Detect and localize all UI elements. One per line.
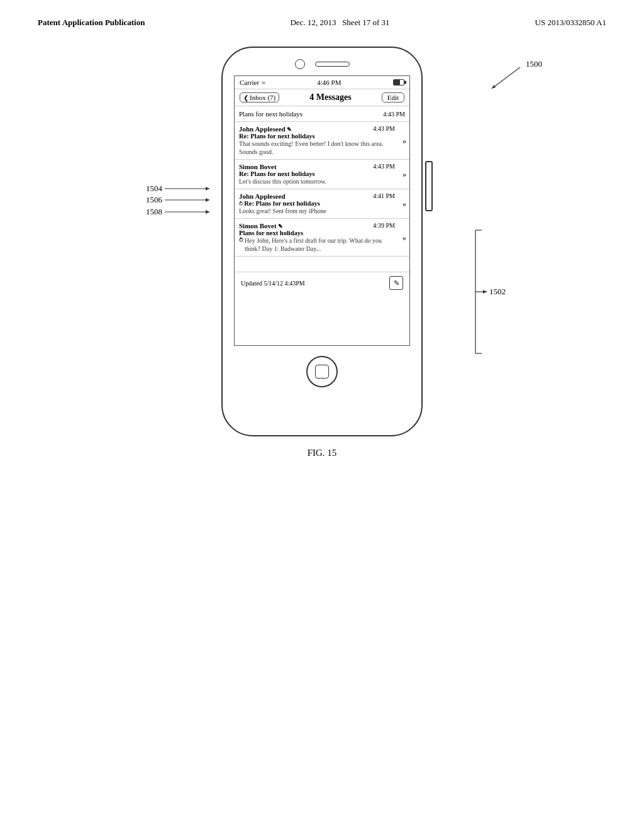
nav-title: 4 Messages [309, 92, 352, 102]
email-time-2: 4:43 PM [373, 163, 395, 170]
carrier-label: Carrier [240, 79, 259, 86]
email-sender-3: John Appleseed [239, 192, 286, 200]
reply-indicator-4: ⥁ [239, 236, 243, 243]
compose-button[interactable]: ✎ [389, 276, 403, 290]
ref-1502-area: 1502 [469, 229, 506, 355]
speaker [315, 62, 350, 67]
svg-marker-5 [206, 198, 209, 202]
edit-button[interactable]: Edit [382, 92, 404, 102]
back-label: Inbox (7) [250, 94, 275, 101]
email-item-0[interactable]: Plans for next holidays 4:43 PM [235, 106, 409, 122]
email-chevron-3: » [402, 199, 406, 209]
ref-1504-arrow [162, 184, 213, 193]
reply-arrow-icon-3: ⥁ [239, 201, 244, 207]
patent-header: Patent Application Publication Dec. 12, … [0, 0, 644, 34]
email-preview-4: Hey John, Here's a first draft for our t… [245, 236, 395, 253]
email-chevron-1: » [402, 136, 406, 145]
phone-screen: Carrier ≈ 4:46 PM ❮ Inbox (7) [234, 75, 410, 346]
header-left: Patent Application Publication [38, 18, 145, 28]
home-button-inner [315, 365, 329, 379]
ref-1508-label: 1508 [146, 207, 213, 217]
email-content-3: John Appleseed 4:41 PM ⥁ Re: Plans for n… [239, 192, 405, 215]
email-time-4: 4:39 PM [373, 222, 395, 229]
email-sender-2: Simon Bovet [239, 163, 277, 170]
back-button[interactable]: ❮ Inbox (7) [240, 92, 279, 102]
email-time-0: 4:43 PM [383, 111, 405, 118]
email-content-2: Simon Bovet 4:43 PM Re: Plans for next h… [239, 163, 405, 185]
ref-1500-label: 1500 [526, 59, 542, 69]
email-header-4: Simon Bovet ✎ 4:39 PM [239, 222, 395, 230]
ref-1506-label: 1506 [146, 195, 213, 205]
ref-1508-arrow [162, 208, 213, 216]
email-item-2[interactable]: Simon Bovet 4:43 PM Re: Plans for next h… [235, 160, 409, 189]
phone-shell: Carrier ≈ 4:46 PM ❮ Inbox (7) [221, 47, 423, 436]
email-header-1: John Appleseed ✎ 4:43 PM [239, 125, 395, 133]
email-subject-0: Plans for next holidays [239, 110, 303, 118]
camera-icon [295, 59, 305, 69]
email-preview-row-4: ⥁ Hey John, Here's a first draft for our… [239, 236, 395, 253]
email-subject-1: Re: Plans for next holidays [239, 133, 395, 140]
email-subject-3: Re: Plans for next holidays [244, 200, 320, 207]
email-subject-row-3: ⥁ Re: Plans for next holidays [239, 200, 395, 207]
svg-line-0 [495, 67, 520, 86]
header-center: Dec. 12, 2013 Sheet 17 of 31 [290, 18, 389, 28]
email-time-1: 4:43 PM [373, 125, 395, 132]
email-preview-2: Let's discuss this option tomorrow. [239, 177, 395, 185]
email-subject-2: Re: Plans for next holidays [239, 170, 395, 177]
email-time-3: 4:41 PM [373, 192, 395, 199]
phone-diagram: Carrier ≈ 4:46 PM ❮ Inbox (7) [215, 47, 429, 436]
header-right: US 2013/0332850 A1 [535, 18, 606, 28]
ref-1502-label: 1502 [489, 287, 506, 297]
email-content-1: John Appleseed ✎ 4:43 PM Re: Plans for n… [239, 125, 405, 156]
email-preview-3: Looks great! Sent from my iPhone [239, 207, 395, 215]
svg-marker-3 [206, 187, 209, 191]
email-chevron-2: » [402, 170, 406, 179]
main-content: 1500 [0, 34, 644, 458]
email-preview-1: That sounds exciting! Even better! I don… [239, 140, 395, 156]
email-header-2: Simon Bovet 4:43 PM [239, 163, 395, 170]
figure-caption: FIG. 15 [308, 448, 337, 458]
ref-1502-brace [469, 229, 488, 355]
spacer [235, 257, 409, 269]
attach-icon-4: ✎ [278, 223, 283, 230]
battery-fill [394, 80, 400, 85]
side-button [425, 161, 433, 211]
ref-1500-arrow [489, 64, 526, 89]
email-chevron-4: » [402, 233, 406, 242]
ref-1506-arrow [162, 196, 213, 204]
email-item-3[interactable]: John Appleseed 4:41 PM ⥁ Re: Plans for n… [235, 189, 409, 219]
header-date: Dec. 12, 2013 [290, 18, 336, 27]
screen-footer: Updated 5/14/12 4:43PM ✎ [235, 272, 409, 294]
email-item-1[interactable]: John Appleseed ✎ 4:43 PM Re: Plans for n… [235, 122, 409, 160]
email-item-4[interactable]: Simon Bovet ✎ 4:39 PM Plans for next hol… [235, 219, 409, 257]
email-header-3: John Appleseed 4:41 PM [239, 192, 395, 200]
status-time: 4:46 PM [317, 79, 341, 86]
svg-marker-7 [206, 210, 209, 214]
home-button-area [223, 346, 421, 396]
phone-top [223, 48, 421, 75]
compose-icon-symbol: ✎ [394, 279, 399, 287]
battery-icon [393, 79, 404, 86]
status-bar: Carrier ≈ 4:46 PM [235, 76, 409, 89]
updated-text: Updated 5/14/12 4:43PM [241, 280, 305, 287]
carrier-info: Carrier ≈ [240, 79, 265, 86]
nav-bar: ❮ Inbox (7) 4 Messages Edit [235, 89, 409, 106]
home-button[interactable] [306, 356, 338, 387]
sender-icon-1: ✎ [287, 126, 292, 133]
back-chevron: ❮ [243, 94, 248, 101]
email-sender-1: John Appleseed ✎ [239, 125, 292, 133]
email-subject-4: Plans for next holidays [239, 230, 395, 236]
email-content-4: Simon Bovet ✎ 4:39 PM Plans for next hol… [239, 222, 405, 253]
email-sender-4: Simon Bovet ✎ [239, 222, 283, 230]
wifi-icon: ≈ [262, 79, 265, 86]
ref-1504-label: 1504 [146, 184, 213, 194]
svg-marker-12 [483, 290, 487, 294]
header-sheet: Sheet 17 of 31 [342, 18, 389, 27]
